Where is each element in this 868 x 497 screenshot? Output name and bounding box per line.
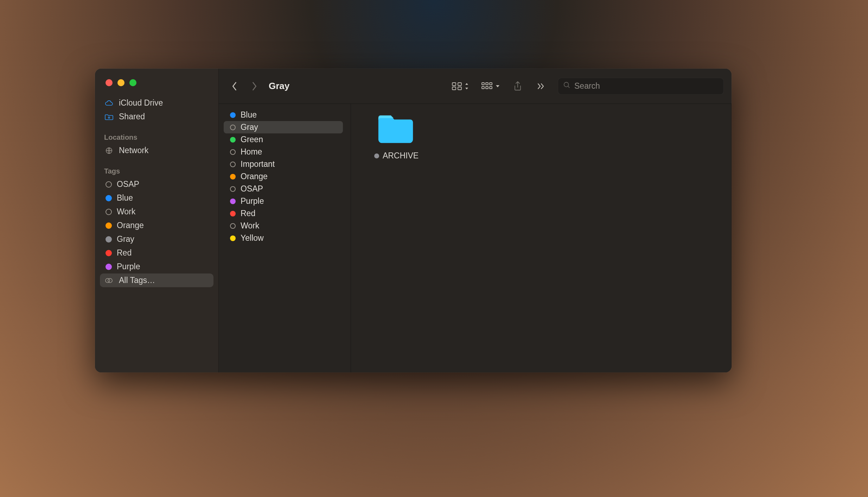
svg-point-3 — [108, 278, 112, 283]
tag-list-label: Work — [241, 221, 259, 231]
finder-window: iCloud Drive Shared Locations Network Ta… — [95, 69, 732, 372]
globe-icon — [104, 146, 114, 155]
back-button[interactable] — [226, 78, 243, 94]
tag-list-row[interactable]: Yellow — [224, 232, 343, 244]
sidebar-item-network[interactable]: Network — [100, 144, 213, 157]
sidebar-tag-label: Orange — [117, 221, 144, 230]
shared-folder-icon — [104, 113, 114, 121]
sidebar: iCloud Drive Shared Locations Network Ta… — [95, 69, 219, 372]
tag-list-row[interactable]: Home — [224, 146, 343, 158]
tag-dot-icon — [106, 181, 112, 188]
tag-list-label: OSAP — [241, 184, 263, 194]
tag-list-row[interactable]: OSAP — [224, 183, 343, 195]
tag-dot-icon — [230, 137, 236, 143]
svg-rect-13 — [490, 87, 492, 89]
tag-list-label: Blue — [241, 110, 257, 120]
toolbar-overflow-button[interactable] — [531, 78, 551, 94]
tag-dot-icon — [106, 195, 112, 201]
sidebar-tags-header: Tags — [100, 164, 213, 177]
tag-dot-icon — [106, 250, 112, 256]
svg-rect-11 — [482, 87, 484, 89]
tag-dot-icon — [374, 153, 379, 158]
toolbar: Gray Search — [219, 69, 732, 104]
svg-rect-8 — [482, 83, 484, 85]
file-label-row: ARCHIVE — [373, 151, 419, 161]
search-placeholder: Search — [574, 81, 600, 91]
view-mode-control[interactable] — [452, 82, 469, 90]
sidebar-tag-item[interactable]: Orange — [100, 219, 213, 232]
cloud-icon — [104, 99, 114, 107]
tag-list-row[interactable]: Orange — [224, 170, 343, 183]
sidebar-locations-section: Locations Network — [95, 129, 218, 163]
file-name: ARCHIVE — [383, 151, 419, 161]
tag-list-label: Home — [241, 147, 262, 157]
sidebar-item-label: All Tags… — [119, 276, 155, 285]
tag-list-row[interactable]: Work — [224, 220, 343, 232]
sidebar-tag-item[interactable]: Work — [100, 205, 213, 219]
window-title: Gray — [269, 81, 289, 92]
sidebar-tag-label: Purple — [117, 262, 140, 271]
sidebar-favorites-section: iCloud Drive Shared — [95, 95, 218, 129]
sidebar-tag-label: Gray — [117, 234, 134, 244]
all-tags-icon — [104, 276, 114, 285]
sidebar-tag-label: Red — [117, 248, 132, 258]
tag-list-row[interactable]: Purple — [224, 195, 343, 207]
tag-list-row[interactable]: Red — [224, 207, 343, 220]
file-item[interactable]: ARCHIVE — [362, 112, 429, 161]
svg-rect-5 — [458, 83, 461, 86]
sidebar-tag-label: Blue — [117, 193, 133, 203]
svg-rect-7 — [458, 87, 461, 90]
tag-list-row[interactable]: Important — [224, 158, 343, 170]
sidebar-item-shared[interactable]: Shared — [100, 110, 213, 124]
tag-dot-icon — [230, 186, 236, 192]
chevron-down-icon — [495, 84, 500, 89]
group-by-control[interactable] — [481, 82, 500, 90]
svg-rect-10 — [490, 83, 492, 85]
sidebar-item-all-tags[interactable]: All Tags… — [100, 273, 213, 287]
tag-list-label: Yellow — [241, 233, 264, 243]
sidebar-tag-item[interactable]: Red — [100, 246, 213, 260]
svg-line-15 — [568, 86, 570, 88]
tag-list-row[interactable]: Gray — [224, 121, 343, 133]
sidebar-tag-label: OSAP — [117, 180, 139, 189]
folder-icon — [375, 112, 416, 146]
zoom-window-button[interactable] — [129, 79, 136, 86]
search-field[interactable]: Search — [558, 78, 724, 95]
sidebar-tag-item[interactable]: Blue — [100, 191, 213, 205]
window-controls — [95, 74, 218, 95]
sidebar-tags-section: Tags OSAPBlueWorkOrangeGrayRedPurple All… — [95, 163, 218, 293]
tag-list-label: Purple — [241, 196, 264, 206]
tag-dot-icon — [106, 236, 112, 243]
tag-dot-icon — [106, 209, 112, 215]
svg-rect-9 — [486, 83, 488, 85]
forward-button[interactable] — [246, 78, 262, 94]
sidebar-item-icloud-drive[interactable]: iCloud Drive — [100, 96, 213, 110]
tag-list-label: Red — [241, 209, 255, 218]
tag-list-label: Orange — [241, 172, 268, 181]
sidebar-tag-item[interactable]: Purple — [100, 260, 213, 273]
share-button[interactable] — [508, 78, 528, 94]
tag-dot-icon — [230, 174, 236, 180]
svg-point-0 — [108, 117, 110, 118]
tag-list-row[interactable]: Blue — [224, 109, 343, 121]
sidebar-tag-item[interactable]: OSAP — [100, 177, 213, 191]
tag-list-label: Gray — [241, 122, 258, 132]
svg-point-2 — [106, 278, 110, 283]
tag-dot-icon — [230, 211, 236, 216]
svg-rect-12 — [486, 87, 488, 89]
sidebar-item-label: iCloud Drive — [119, 98, 163, 108]
tag-dot-icon — [230, 162, 236, 167]
minimize-window-button[interactable] — [117, 79, 125, 86]
tag-dot-icon — [106, 222, 112, 229]
main-area: Gray Search — [219, 69, 732, 372]
content-columns: BlueGrayGreenHomeImportantOrangeOSAPPurp… — [219, 104, 732, 372]
tag-dot-icon — [230, 223, 236, 229]
tag-dot-icon — [230, 235, 236, 241]
sidebar-tag-label: Work — [117, 207, 135, 216]
svg-rect-4 — [452, 83, 456, 86]
tag-dot-icon — [106, 264, 112, 270]
sidebar-tag-item[interactable]: Gray — [100, 232, 213, 246]
close-window-button[interactable] — [106, 79, 113, 86]
tag-list-row[interactable]: Green — [224, 133, 343, 146]
tag-dot-icon — [230, 112, 236, 118]
